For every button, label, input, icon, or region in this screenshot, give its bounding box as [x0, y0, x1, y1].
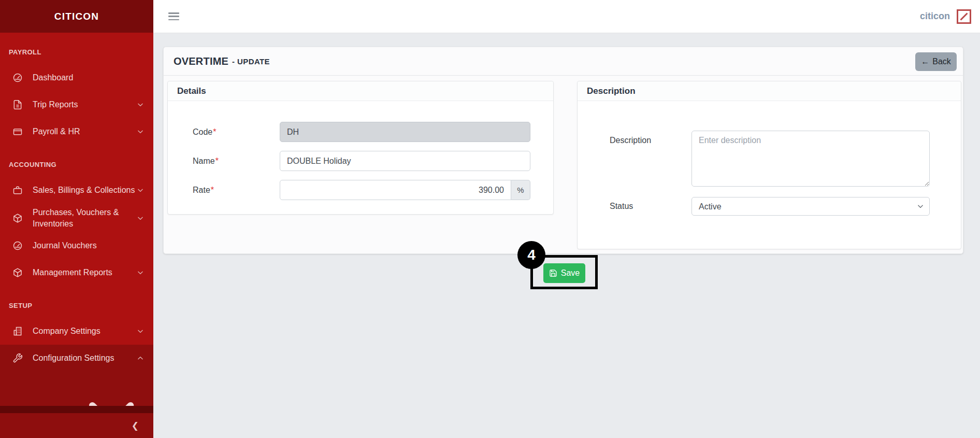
sidebar: CITICON PAYROLL Dashboard Trip Reports P…: [0, 0, 153, 438]
save-floppy-icon: [549, 269, 557, 277]
description-textarea[interactable]: [691, 131, 930, 187]
status-row: Status Active: [610, 197, 961, 216]
description-panel: Description Description Status Active: [577, 81, 961, 249]
wallet-icon: [12, 126, 23, 137]
file-text-icon: [12, 100, 23, 110]
sidebar-item-trip-reports[interactable]: Trip Reports: [0, 91, 153, 118]
sidebar-item-sales-billings-collections[interactable]: Sales, Billings & Collections: [0, 177, 153, 204]
nav-section-payroll: PAYROLL: [0, 48, 153, 56]
status-label: Status: [610, 202, 691, 211]
chevron-up-icon: [137, 355, 144, 362]
topbar-brand-text: citicon: [920, 11, 950, 22]
name-label: Name*: [193, 157, 280, 166]
description-label: Description: [610, 131, 691, 145]
percent-addon: %: [511, 180, 530, 200]
page-title: OVERTIME: [174, 55, 228, 67]
speedometer-icon: [12, 241, 23, 251]
required-asterisk: *: [211, 186, 214, 194]
cube-icon: [12, 267, 23, 278]
sidebar-item-purchases-vouchers-inventories[interactable]: Purchases, Vouchers & Inventories: [0, 204, 153, 232]
sidebar-collapse-icon[interactable]: ❮: [132, 420, 139, 431]
overtime-update-card: OVERTIME - UPDATE ← Back Details Code* N…: [163, 47, 963, 254]
topbar-right: citicon: [920, 9, 972, 24]
speedometer-icon: [12, 73, 23, 83]
chevron-down-icon: [137, 215, 144, 222]
sidebar-item-payroll-hr[interactable]: Payroll & HR: [0, 118, 153, 145]
sidebar-item-company-settings[interactable]: Company Settings: [0, 318, 153, 345]
details-panel-title: Details: [168, 81, 553, 101]
card-header: OVERTIME - UPDATE: [164, 47, 963, 76]
main-content: OVERTIME - UPDATE ← Back Details Code* N…: [153, 33, 980, 438]
back-arrow-icon: ←: [921, 57, 929, 66]
sidebar-item-journal-vouchers[interactable]: Journal Vouchers: [0, 232, 153, 259]
building-icon: [12, 326, 23, 336]
sidebar-item-dashboard[interactable]: Dashboard: [0, 64, 153, 91]
back-button[interactable]: ← Back: [915, 52, 957, 71]
sidebar-brand: CITICON: [0, 0, 153, 33]
rate-label: Rate*: [193, 186, 280, 195]
chevron-down-icon: [137, 269, 144, 276]
name-row: Name*: [193, 151, 553, 171]
code-field[interactable]: [280, 122, 530, 142]
description-panel-title: Description: [578, 81, 961, 101]
briefcase-icon: [12, 185, 23, 195]
required-asterisk: *: [215, 157, 219, 165]
rate-row: Rate* %: [193, 180, 553, 200]
hamburger-menu-icon[interactable]: [168, 12, 179, 20]
code-label: Code*: [193, 128, 280, 137]
page-subtitle: - UPDATE: [232, 57, 270, 66]
chevron-down-icon: [137, 128, 144, 135]
sidebar-item-configuration-settings[interactable]: Configuration Settings: [0, 345, 153, 372]
required-asterisk: *: [213, 128, 216, 136]
sidebar-item-management-reports[interactable]: Management Reports: [0, 259, 153, 286]
chevron-down-icon: [137, 328, 144, 335]
sidebar-divider: [0, 406, 153, 413]
description-row: Description: [610, 131, 961, 187]
details-panel: Details Code* Name* Rate* %: [167, 81, 554, 215]
code-row: Code*: [193, 122, 553, 142]
cube-icon: [12, 213, 23, 223]
annotation-step-badge: 4: [517, 241, 545, 269]
citicon-logo-icon[interactable]: [956, 9, 972, 24]
save-button[interactable]: Save: [543, 263, 585, 283]
wrench-icon: [12, 353, 23, 363]
nav-section-setup: SETUP: [0, 302, 153, 309]
status-select-wrap: Active: [691, 197, 930, 216]
topbar: citicon: [153, 0, 980, 33]
chevron-down-icon: [137, 187, 144, 194]
status-select[interactable]: Active: [691, 197, 930, 216]
rate-group: %: [280, 180, 530, 200]
chevron-down-icon: [137, 101, 144, 108]
name-field[interactable]: [280, 151, 530, 171]
rate-field[interactable]: [280, 180, 511, 200]
sidebar-footer: ❮: [0, 413, 153, 438]
sidebar-nav: PAYROLL Dashboard Trip Reports Payroll &…: [0, 33, 153, 438]
nav-section-accounting: ACCOUNTING: [0, 161, 153, 168]
